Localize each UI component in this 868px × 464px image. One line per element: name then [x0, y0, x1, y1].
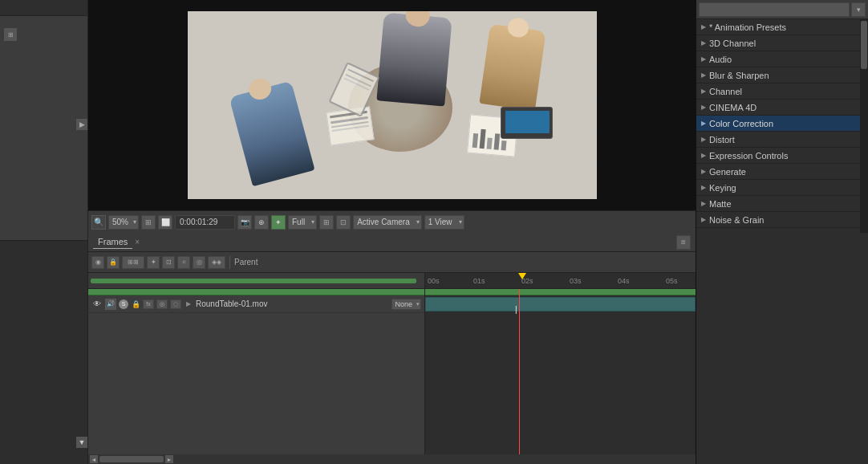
effect-item-cinema4d[interactable]: ▶ CINEMA 4D [696, 100, 868, 116]
effect-item-blur-sharpen[interactable]: ▶ Blur & Sharpen [696, 67, 868, 83]
layer-audio-btn[interactable]: 🔊 [105, 299, 116, 310]
effects-scrollthumb[interactable] [861, 21, 867, 69]
effect-arrow: ▶ [701, 184, 706, 191]
papers1 [326, 106, 374, 145]
layer-mode-dropdown[interactable]: None ▾ [391, 299, 421, 310]
laptop [501, 107, 553, 139]
ease-btn[interactable]: ◈◈ [208, 256, 225, 269]
effect-item-color-correction[interactable]: ▶ Color Correction [696, 116, 868, 132]
camera-dropdown[interactable]: Active Camera ▾ [353, 215, 422, 230]
tracks-timeline: | [425, 289, 696, 454]
effect-label: Noise & Grain [709, 215, 764, 225]
frame-btn[interactable]: ✦ [147, 256, 160, 269]
layer-expand-btn[interactable]: ▶ [184, 299, 193, 309]
safe-zones-btn[interactable]: ⊕ [254, 215, 269, 230]
person3 [479, 24, 546, 112]
effect-item-audio[interactable]: ▶ Audio [696, 51, 868, 67]
layer-blend-btn[interactable]: ◎ [156, 299, 168, 309]
effect-item-generate[interactable]: ▶ Generate [696, 164, 868, 180]
playhead-line[interactable] [519, 289, 520, 454]
work-area-indicator [88, 289, 424, 295]
parent-label: Parent [234, 258, 258, 267]
timecode-display: 0:00:01:29 [175, 215, 235, 230]
zoom-dropdown[interactable]: 50% ▾ [108, 215, 139, 230]
timeline-hscroll[interactable]: ◄ ► [88, 454, 696, 464]
left-panel-thumb [0, 0, 87, 16]
collapse-icon[interactable]: ⊞ [4, 28, 17, 41]
effect-label: Expression Controls [709, 151, 788, 161]
effect-item-expression-controls[interactable]: ▶ Expression Controls [696, 148, 868, 164]
layer-fx-btn[interactable]: fx [143, 299, 154, 309]
effects-scrollbar[interactable] [860, 19, 868, 233]
effects-search-input[interactable] [699, 2, 850, 17]
layer-lock-icon[interactable]: 🔒 [131, 299, 140, 309]
fit-btn[interactable]: ⊞ [141, 215, 156, 230]
effect-arrow: ▶ [701, 168, 706, 175]
left-panel-content: ▶ ⊞ [0, 16, 87, 240]
effect-arrow: ▶ [701, 55, 706, 63]
hscroll-right-btn[interactable]: ► [165, 455, 173, 463]
hscroll-left-btn[interactable]: ◄ [90, 455, 98, 463]
waveform-btn[interactable]: ⌗ [177, 256, 190, 269]
timeline-tab-label[interactable]: Frames [93, 235, 132, 249]
effect-item-noise-grain[interactable]: ▶ Noise & Grain [696, 212, 868, 228]
hscroll-thumb[interactable] [99, 456, 164, 462]
scroll-right-arrow[interactable]: ▶ [76, 119, 87, 130]
layer-name: RoundTable-01.mov [196, 299, 385, 308]
person1 [376, 13, 452, 107]
effect-item-keying[interactable]: ▶ Keying [696, 180, 868, 196]
magnifier-icon: 🔍 [91, 215, 106, 230]
layer-quality-btn[interactable]: ◌ [170, 299, 181, 309]
trim-btn[interactable]: ⊡ [162, 256, 175, 269]
timeline-controls: ◉ 🔒 ⊞⊞ ✦ ⊡ ⌗ ◎ ◈◈ Parent [88, 252, 696, 273]
region-btn[interactable]: ⬜ [158, 215, 172, 230]
timeline-menu-btn[interactable]: ≡ [676, 235, 691, 250]
timeline-body: 00s 01s 02s 03s 04s 05s 06s 07s 08s 09s … [88, 273, 696, 454]
render-icon[interactable]: ⊞ [319, 215, 334, 230]
effect-item-distort[interactable]: ▶ Distort [696, 132, 868, 148]
playhead-marker[interactable] [518, 273, 526, 279]
effect-label: Audio [709, 55, 732, 64]
view-dropdown[interactable]: 1 View ▾ [424, 215, 464, 230]
left-scroll-down[interactable]: ▼ [76, 437, 87, 448]
effects-search-bar: ▾ [696, 0, 868, 19]
effects-panel: ▾ ▶ * Animation Presets ▶ 3D Channel ▶ A… [696, 0, 868, 233]
right-panel-bottom [696, 233, 868, 464]
video-frame [188, 11, 597, 199]
effect-item-animation-presets[interactable]: ▶ * Animation Presets [696, 19, 868, 35]
timeline-tab-header: Frames × ≡ [88, 233, 696, 252]
effect-arrow: ▶ [701, 200, 706, 207]
effect-item-matte[interactable]: ▶ Matte [696, 196, 868, 212]
timeline-tab-close[interactable]: × [135, 238, 140, 246]
left-panel: ▶ ⊞ ▼ [0, 0, 88, 464]
cursor-indicator: | [515, 305, 523, 313]
effect-label: Blur & Sharpen [709, 71, 769, 80]
color-mode-btn[interactable]: ✦ [271, 215, 286, 230]
effect-arrow: ▶ [701, 136, 706, 143]
left-scroll-area: ▼ [0, 240, 87, 465]
effect-arrow: ▶ [701, 88, 706, 95]
effect-label: * Animation Presets [709, 22, 786, 32]
effect-label: Distort [709, 135, 735, 144]
video-preview-container [88, 0, 696, 210]
enable-motion-btn[interactable]: ⊞⊞ [122, 256, 144, 269]
quality-dropdown[interactable]: Full ▾ [288, 215, 317, 230]
grid-icon[interactable]: ⊡ [336, 215, 351, 230]
timeline-ruler-row: 00s 01s 02s 03s 04s 05s 06s 07s 08s 09s … [88, 273, 696, 289]
effect-arrow: ▶ [701, 39, 706, 47]
search-dropdown-btn[interactable]: ▾ [851, 2, 866, 17]
video-track-bar[interactable] [425, 297, 696, 311]
layer-visibility-btn[interactable]: 👁 [91, 299, 103, 310]
effect-item-channel[interactable]: ▶ Channel [696, 83, 868, 100]
effect-label: Generate [709, 167, 746, 177]
effect-arrow: ▶ [701, 104, 706, 111]
effect-item-3d-channel[interactable]: ▶ 3D Channel [696, 35, 868, 51]
effect-arrow: ▶ [701, 120, 706, 127]
bezier-btn[interactable]: ◎ [193, 256, 205, 269]
layer-solo-icon[interactable]: S [119, 299, 128, 309]
effect-label: Channel [709, 87, 742, 96]
camera-icon-btn[interactable]: 📷 [237, 215, 252, 230]
layer-lock-btn[interactable]: 🔒 [107, 256, 120, 269]
layer-row: 👁 🔊 S 🔒 fx ◎ ◌ ▶ [88, 295, 424, 313]
layer-solo-btn[interactable]: ◉ [91, 256, 104, 269]
